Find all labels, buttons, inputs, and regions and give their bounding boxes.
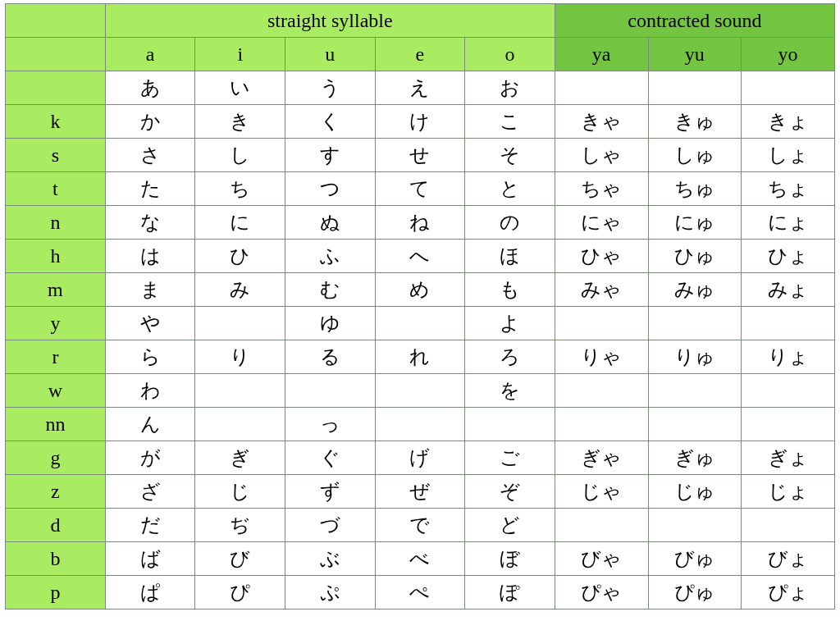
row-label: z: [6, 475, 106, 509]
table-row: kかきくけこきゃきゅきょ: [6, 105, 835, 139]
kana-cell: ゆ: [285, 307, 376, 340]
kana-cell: な: [105, 206, 195, 240]
kana-cell: の: [465, 206, 555, 240]
kana-cell: め: [375, 273, 465, 307]
kana-cell: か: [105, 105, 195, 139]
kana-cell: しょ: [742, 139, 835, 172]
row-label: d: [6, 509, 106, 542]
header-contracted: contracted sound: [555, 4, 834, 38]
kana-cell: け: [375, 105, 465, 139]
table-row: dだぢづでど: [6, 509, 835, 542]
kana-cell: [195, 307, 285, 340]
kana-cell: ね: [375, 206, 465, 240]
kana-cell: みゅ: [648, 273, 742, 307]
kana-cell: ど: [465, 509, 555, 542]
kana-cell: りゅ: [648, 340, 742, 374]
kana-cell: [375, 307, 465, 340]
kana-cell: だ: [105, 509, 195, 542]
kana-cell: せ: [375, 139, 465, 172]
kana-cell: と: [465, 172, 555, 206]
header-straight: straight syllable: [105, 4, 555, 38]
kana-cell: ぴょ: [742, 576, 835, 609]
kana-cell: も: [465, 273, 555, 307]
kana-cell: ちょ: [742, 172, 835, 206]
kana-cell: ぶ: [285, 542, 376, 576]
kana-cell: べ: [375, 542, 465, 576]
kana-cell: [555, 509, 648, 542]
kana-cell: ほ: [465, 240, 555, 273]
kana-cell: ま: [105, 273, 195, 307]
kana-cell: そ: [465, 139, 555, 172]
kana-cell: じ: [195, 475, 285, 509]
kana-cell: て: [375, 172, 465, 206]
kana-cell: ぞ: [465, 475, 555, 509]
kana-cell: ら: [105, 340, 195, 374]
kana-cell: ば: [105, 542, 195, 576]
kana-cell: ひ: [195, 240, 285, 273]
kana-cell: げ: [375, 441, 465, 475]
kana-cell: ぬ: [285, 206, 376, 240]
kana-cell: にゅ: [648, 206, 742, 240]
kana-cell: じゅ: [648, 475, 742, 509]
kana-cell: りゃ: [555, 340, 648, 374]
col-yu: yu: [648, 38, 742, 71]
kana-cell: [648, 408, 742, 441]
kana-cell: [375, 374, 465, 408]
table-row: mまみむめもみゃみゅみょ: [6, 273, 835, 307]
kana-cell: へ: [375, 240, 465, 273]
kana-cell: ぐ: [285, 441, 376, 475]
kana-cell: きゃ: [555, 105, 648, 139]
kana-cell: ぴゃ: [555, 576, 648, 609]
kana-cell: ず: [285, 475, 376, 509]
kana-cell: [465, 408, 555, 441]
kana-cell: [555, 71, 648, 105]
kana-cell: ぢ: [195, 509, 285, 542]
kana-cell: が: [105, 441, 195, 475]
row-label: h: [6, 240, 106, 273]
kana-cell: よ: [465, 307, 555, 340]
kana-cell: さ: [105, 139, 195, 172]
col-a: a: [105, 38, 195, 71]
kana-cell: [555, 374, 648, 408]
kana-cell: く: [285, 105, 376, 139]
kana-cell: ぷ: [285, 576, 376, 609]
kana-cell: [648, 307, 742, 340]
kana-cell: [648, 374, 742, 408]
row-label: n: [6, 206, 106, 240]
kana-cell: ぎゅ: [648, 441, 742, 475]
kana-cell: う: [285, 71, 376, 105]
kana-cell: ご: [465, 441, 555, 475]
kana-cell: で: [375, 509, 465, 542]
kana-cell: す: [285, 139, 376, 172]
kana-cell: わ: [105, 374, 195, 408]
table-row: bばびぶべぼびゃびゅびょ: [6, 542, 835, 576]
col-yo: yo: [742, 38, 835, 71]
kana-cell: や: [105, 307, 195, 340]
kana-cell: [742, 509, 835, 542]
kana-cell: ちゅ: [648, 172, 742, 206]
kana-cell: びょ: [742, 542, 835, 576]
row-label: b: [6, 542, 106, 576]
table-row: hはひふへほひゃひゅひょ: [6, 240, 835, 273]
kana-cell: お: [465, 71, 555, 105]
col-ya: ya: [555, 38, 648, 71]
kana-cell: っ: [285, 408, 376, 441]
kana-cell: [555, 408, 648, 441]
row-label: w: [6, 374, 106, 408]
table-row: tたちつてとちゃちゅちょ: [6, 172, 835, 206]
kana-cell: ぎ: [195, 441, 285, 475]
kana-cell: ひょ: [742, 240, 835, 273]
row-label: [6, 71, 106, 105]
kana-cell: ぴ: [195, 576, 285, 609]
kana-cell: [742, 408, 835, 441]
table-row: zざじずぜぞじゃじゅじょ: [6, 475, 835, 509]
kana-cell: びゅ: [648, 542, 742, 576]
kana-cell: ん: [105, 408, 195, 441]
row-label: nn: [6, 408, 106, 441]
kana-cell: [648, 509, 742, 542]
kana-cell: [285, 374, 376, 408]
kana-cell: ろ: [465, 340, 555, 374]
kana-cell: に: [195, 206, 285, 240]
table-row: sさしすせそしゃしゅしょ: [6, 139, 835, 172]
col-e: e: [375, 38, 465, 71]
